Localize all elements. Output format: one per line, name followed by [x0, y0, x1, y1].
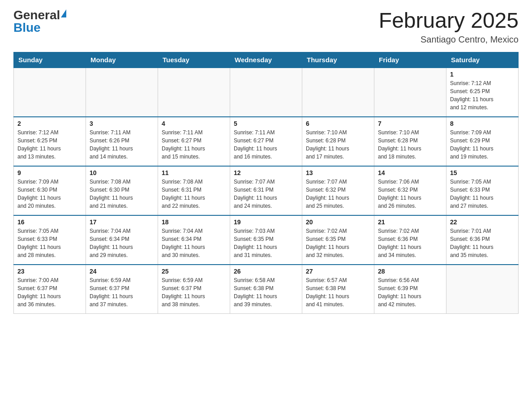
day-info: Sunrise: 6:57 AM Sunset: 6:38 PM Dayligh…	[306, 276, 370, 308]
day-cell: 12Sunrise: 7:07 AM Sunset: 6:31 PM Dayli…	[230, 166, 302, 215]
day-cell: 9Sunrise: 7:09 AM Sunset: 6:30 PM Daylig…	[14, 166, 86, 215]
logo: General Blue	[13, 9, 66, 34]
day-cell: 28Sunrise: 6:56 AM Sunset: 6:39 PM Dayli…	[374, 265, 446, 314]
day-cell: 5Sunrise: 7:11 AM Sunset: 6:27 PM Daylig…	[230, 117, 302, 166]
day-cell: 10Sunrise: 7:08 AM Sunset: 6:30 PM Dayli…	[86, 166, 158, 215]
day-number: 3	[90, 120, 154, 127]
day-cell: 20Sunrise: 7:02 AM Sunset: 6:35 PM Dayli…	[302, 215, 374, 265]
day-number: 24	[90, 268, 154, 275]
day-info: Sunrise: 6:59 AM Sunset: 6:37 PM Dayligh…	[90, 276, 154, 308]
day-cell: 8Sunrise: 7:09 AM Sunset: 6:29 PM Daylig…	[446, 117, 519, 166]
day-number: 27	[306, 268, 370, 275]
header-friday: Friday	[374, 52, 446, 68]
day-info: Sunrise: 7:02 AM Sunset: 6:36 PM Dayligh…	[378, 227, 442, 259]
day-cell: 19Sunrise: 7:03 AM Sunset: 6:35 PM Dayli…	[230, 215, 302, 265]
calendar-title: February 2025	[379, 9, 519, 33]
header-sunday: Sunday	[14, 52, 86, 68]
header-monday: Monday	[86, 52, 158, 68]
day-cell: 24Sunrise: 6:59 AM Sunset: 6:37 PM Dayli…	[86, 265, 158, 314]
day-cell: 18Sunrise: 7:04 AM Sunset: 6:34 PM Dayli…	[158, 215, 230, 265]
day-info: Sunrise: 7:10 AM Sunset: 6:28 PM Dayligh…	[378, 128, 442, 161]
day-cell: 4Sunrise: 7:11 AM Sunset: 6:27 PM Daylig…	[158, 117, 230, 166]
day-number: 7	[378, 120, 442, 127]
day-number: 6	[306, 120, 370, 127]
header-tuesday: Tuesday	[158, 52, 230, 68]
day-cell	[14, 68, 86, 117]
day-number: 10	[90, 169, 154, 176]
day-info: Sunrise: 6:56 AM Sunset: 6:39 PM Dayligh…	[378, 276, 442, 308]
day-number: 16	[17, 218, 82, 226]
calendar-subtitle: Santiago Centro, Mexico	[379, 34, 519, 45]
day-cell: 11Sunrise: 7:08 AM Sunset: 6:31 PM Dayli…	[158, 166, 230, 215]
day-number: 2	[17, 120, 82, 127]
day-number: 15	[450, 169, 515, 176]
day-cell: 6Sunrise: 7:10 AM Sunset: 6:28 PM Daylig…	[302, 117, 374, 166]
day-info: Sunrise: 7:08 AM Sunset: 6:30 PM Dayligh…	[90, 178, 154, 210]
logo-triangle-icon	[61, 9, 66, 17]
day-info: Sunrise: 7:10 AM Sunset: 6:28 PM Dayligh…	[306, 128, 370, 161]
day-info: Sunrise: 7:11 AM Sunset: 6:27 PM Dayligh…	[234, 128, 298, 161]
day-number: 5	[234, 120, 298, 127]
day-info: Sunrise: 6:59 AM Sunset: 6:37 PM Dayligh…	[162, 276, 226, 308]
day-number: 14	[378, 169, 442, 176]
week-row-3: 9Sunrise: 7:09 AM Sunset: 6:30 PM Daylig…	[14, 166, 519, 215]
week-row-2: 2Sunrise: 7:12 AM Sunset: 6:25 PM Daylig…	[14, 117, 519, 166]
day-cell: 26Sunrise: 6:58 AM Sunset: 6:38 PM Dayli…	[230, 265, 302, 314]
day-cell: 7Sunrise: 7:10 AM Sunset: 6:28 PM Daylig…	[374, 117, 446, 166]
day-cell	[158, 68, 230, 117]
day-number: 11	[162, 169, 226, 176]
calendar-table: SundayMondayTuesdayWednesdayThursdayFrid…	[13, 52, 519, 314]
day-number: 18	[162, 218, 226, 226]
day-cell: 1Sunrise: 7:12 AM Sunset: 6:25 PM Daylig…	[446, 68, 519, 117]
day-cell: 13Sunrise: 7:07 AM Sunset: 6:32 PM Dayli…	[302, 166, 374, 215]
logo-general-text: General	[13, 9, 60, 21]
day-number: 8	[450, 120, 515, 127]
day-info: Sunrise: 7:09 AM Sunset: 6:30 PM Dayligh…	[17, 178, 82, 210]
day-cell: 23Sunrise: 7:00 AM Sunset: 6:37 PM Dayli…	[14, 265, 86, 314]
day-number: 9	[17, 169, 82, 176]
day-cell: 25Sunrise: 6:59 AM Sunset: 6:37 PM Dayli…	[158, 265, 230, 314]
title-block: February 2025 Santiago Centro, Mexico	[379, 9, 519, 45]
day-number: 4	[162, 120, 226, 127]
day-cell	[230, 68, 302, 117]
day-cell	[374, 68, 446, 117]
day-number: 23	[17, 268, 82, 275]
day-number: 22	[450, 218, 515, 226]
day-number: 1	[450, 71, 515, 78]
day-cell	[446, 265, 519, 314]
day-cell: 16Sunrise: 7:05 AM Sunset: 6:33 PM Dayli…	[14, 215, 86, 265]
day-info: Sunrise: 7:08 AM Sunset: 6:31 PM Dayligh…	[162, 178, 226, 210]
header-wednesday: Wednesday	[230, 52, 302, 68]
day-cell: 14Sunrise: 7:06 AM Sunset: 6:32 PM Dayli…	[374, 166, 446, 215]
day-info: Sunrise: 7:01 AM Sunset: 6:36 PM Dayligh…	[450, 227, 515, 259]
day-info: Sunrise: 7:07 AM Sunset: 6:32 PM Dayligh…	[306, 178, 370, 210]
day-number: 28	[378, 268, 442, 275]
day-info: Sunrise: 7:05 AM Sunset: 6:33 PM Dayligh…	[450, 178, 515, 210]
day-info: Sunrise: 6:58 AM Sunset: 6:38 PM Dayligh…	[234, 276, 298, 308]
page-header: General Blue February 2025 Santiago Cent…	[13, 9, 519, 45]
day-info: Sunrise: 7:05 AM Sunset: 6:33 PM Dayligh…	[17, 227, 82, 259]
day-number: 17	[90, 218, 154, 226]
day-info: Sunrise: 7:11 AM Sunset: 6:26 PM Dayligh…	[90, 128, 154, 161]
day-info: Sunrise: 7:04 AM Sunset: 6:34 PM Dayligh…	[90, 227, 154, 259]
day-cell	[302, 68, 374, 117]
day-cell: 21Sunrise: 7:02 AM Sunset: 6:36 PM Dayli…	[374, 215, 446, 265]
day-number: 20	[306, 218, 370, 226]
day-number: 12	[234, 169, 298, 176]
day-cell: 17Sunrise: 7:04 AM Sunset: 6:34 PM Dayli…	[86, 215, 158, 265]
day-cell: 2Sunrise: 7:12 AM Sunset: 6:25 PM Daylig…	[14, 117, 86, 166]
day-info: Sunrise: 7:03 AM Sunset: 6:35 PM Dayligh…	[234, 227, 298, 259]
header-thursday: Thursday	[302, 52, 374, 68]
day-cell	[86, 68, 158, 117]
day-cell: 15Sunrise: 7:05 AM Sunset: 6:33 PM Dayli…	[446, 166, 519, 215]
logo-blue-text: Blue	[13, 21, 41, 34]
day-info: Sunrise: 7:00 AM Sunset: 6:37 PM Dayligh…	[17, 276, 82, 308]
day-info: Sunrise: 7:02 AM Sunset: 6:35 PM Dayligh…	[306, 227, 370, 259]
day-info: Sunrise: 7:09 AM Sunset: 6:29 PM Dayligh…	[450, 128, 515, 161]
day-info: Sunrise: 7:11 AM Sunset: 6:27 PM Dayligh…	[162, 128, 226, 161]
day-info: Sunrise: 7:12 AM Sunset: 6:25 PM Dayligh…	[450, 79, 515, 111]
week-row-1: 1Sunrise: 7:12 AM Sunset: 6:25 PM Daylig…	[14, 68, 519, 117]
header-saturday: Saturday	[446, 52, 519, 68]
day-info: Sunrise: 7:06 AM Sunset: 6:32 PM Dayligh…	[378, 178, 442, 210]
week-row-5: 23Sunrise: 7:00 AM Sunset: 6:37 PM Dayli…	[14, 265, 519, 314]
